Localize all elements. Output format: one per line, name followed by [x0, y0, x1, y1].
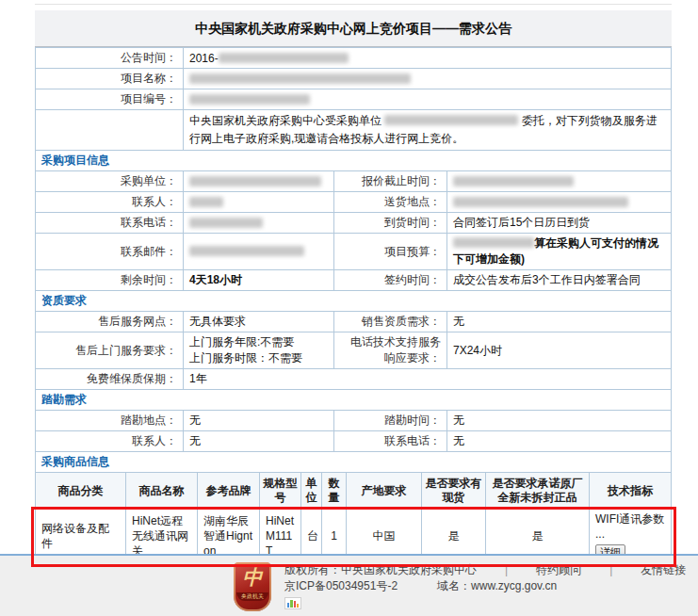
table-row: 采购单位： 报价截止时间： — [36, 171, 672, 192]
field-value — [184, 171, 334, 192]
table-row: 项目编号： — [36, 89, 672, 110]
section-heading-row: 采购商品信息 — [36, 452, 672, 473]
site-logo-badge: 中 央政机关 — [234, 562, 271, 611]
table-row: 联系电话： 到货时间： 合同签订后15个日历日到货 — [36, 213, 672, 234]
footer: 中 央政机关 版权所有：中央国家机关政府采购中心|特约顾问|友情链接 京ICP备… — [0, 554, 698, 616]
field-label: 项目预算： — [334, 234, 447, 270]
top-divider — [35, 4, 672, 10]
intro-paragraph: 中央国家机关政府采购中心受采购单位 委托，对下列货物及服务进行网上电子政府采购,… — [184, 110, 672, 151]
field-value — [447, 171, 672, 192]
field-label: 报价截止时间： — [334, 171, 447, 192]
field-label — [36, 110, 184, 151]
field-label: 联系邮件： — [36, 234, 184, 270]
footer-separator: | — [609, 563, 612, 576]
field-label: 项目编号： — [36, 89, 184, 110]
field-label: 销售资质需求： — [334, 312, 447, 332]
table-row: 售后上门服务要求： 上门服务年限:不需要 上门服务时限：不需要 电话技术支持服务… — [36, 332, 672, 369]
field-label: 公告时间： — [36, 48, 184, 69]
section-heading: 资质要求 — [36, 291, 672, 312]
field-label: 售后上门服务要求： — [36, 332, 184, 369]
section-heading-row: 踏勘需求 — [36, 390, 672, 411]
redacted-value — [384, 115, 518, 125]
column-header: 是否要求承诺原厂全新未拆封正品 — [486, 473, 590, 510]
field-label: 到货时间： — [334, 213, 447, 234]
section-heading-row: 采购项目信息 — [36, 151, 672, 171]
column-header: 技术指标 — [590, 473, 672, 510]
table-row: 联系人： 送货地点： — [36, 192, 672, 213]
product-table: 商品分类 商品名称 参考品牌 规格型号 单位 数量 产地要求 是否要求有现货 是… — [35, 472, 672, 563]
table-row: 公告时间： 2016- — [36, 48, 672, 69]
field-value — [447, 192, 672, 213]
table-row: 项目名称： — [36, 69, 672, 89]
field-value: 无 — [184, 411, 334, 431]
section-heading-row: 资质要求 — [36, 291, 672, 312]
table-row: 踏勘地点： 无 踏勘时间： 无 — [36, 411, 672, 431]
field-value: 无 — [447, 431, 672, 452]
icp-number: 京ICP备05034951号-2 — [284, 579, 398, 592]
field-value: 无具体要求 — [184, 312, 334, 332]
field-label: 联系电话： — [334, 431, 447, 452]
field-label: 售后服务网点： — [36, 312, 184, 332]
footer-line2: 京ICP备05034951号-2域名：www.zycg.gov.cn — [284, 578, 686, 594]
table-row: 售后服务网点： 无具体要求 销售资质需求： 无 — [36, 312, 672, 332]
copyright-text: 版权所有：中央国家机关政府采购中心 — [284, 563, 477, 576]
onsite-service-value: 上门服务年限:不需要 上门服务时限：不需要 — [184, 332, 334, 369]
redacted-value — [453, 237, 534, 248]
redacted-value — [189, 218, 263, 228]
section-heading: 采购商品信息 — [36, 452, 672, 473]
column-header: 是否要求有现货 — [422, 473, 486, 510]
announce-time-value: 2016- — [184, 48, 672, 69]
column-header: 参考品牌 — [198, 473, 260, 510]
redacted-value — [189, 246, 304, 256]
table-row: 剩余时间： 4天18小时 签约时间： 成交公告发布后3个工作日内签署合同 — [36, 270, 672, 291]
field-label: 剩余时间： — [36, 270, 184, 291]
remaining-time-value: 4天18小时 — [184, 270, 334, 291]
column-header: 商品分类 — [36, 473, 126, 510]
footer-text: 版权所有：中央国家机关政府采购中心|特约顾问|友情链接 京ICP备0503495… — [284, 562, 686, 609]
field-value: 7X24小时 — [447, 332, 672, 369]
redacted-value — [453, 176, 574, 186]
field-value: 无 — [184, 431, 334, 452]
project-name-value — [184, 69, 672, 89]
visit-counter-icon[interactable] — [284, 597, 301, 609]
logo-band-text: 央政机关 — [236, 592, 268, 601]
footer-separator: | — [505, 563, 508, 576]
page-title: 中央国家机关政府采购中心网上竞价项目——需求公告 — [35, 10, 672, 47]
field-label: 踏勘地点： — [36, 411, 184, 431]
redacted-value — [453, 197, 628, 207]
column-header: 数量 — [322, 473, 347, 510]
field-label: 签约时间： — [334, 270, 447, 291]
redacted-value — [189, 73, 411, 84]
footer-line1: 版权所有：中央国家机关政府采购中心|特约顾问|友情链接 — [284, 562, 686, 578]
field-label: 联系人： — [36, 192, 184, 213]
column-header: 商品名称 — [126, 473, 198, 510]
column-header: 产地要求 — [347, 473, 422, 510]
advisor-link[interactable]: 特约顾问 — [536, 563, 581, 576]
content-area: 中央国家机关政府采购中心网上竞价项目——需求公告 公告时间： 2016- 项目名… — [35, 4, 672, 600]
field-value: 无 — [447, 312, 672, 332]
product-header-row: 商品分类 商品名称 参考品牌 规格型号 单位 数量 产地要求 是否要求有现货 是… — [36, 473, 672, 510]
field-label: 送货地点： — [334, 192, 447, 213]
field-label: 项目名称： — [36, 69, 184, 89]
announcement-table: 公告时间： 2016- 项目名称： 项目编号： 中央国家机关政府采购中心受采购单… — [35, 47, 672, 473]
column-header: 单位 — [301, 473, 322, 510]
field-value — [184, 213, 334, 234]
budget-value: 算在采购人可支付的情况下可增加金额) — [447, 234, 672, 270]
redacted-value — [219, 53, 349, 63]
delivery-time-value: 合同签订后15个日历日到货 — [447, 213, 672, 234]
redacted-value — [189, 94, 310, 105]
section-heading: 踏勘需求 — [36, 390, 672, 411]
sign-time-value: 成交公告发布后3个工作日内签署合同 — [447, 270, 672, 291]
redacted-value — [189, 197, 223, 207]
field-value: 无 — [447, 411, 672, 431]
field-label: 联系电话： — [36, 213, 184, 234]
logo-emblem-icon: 中 — [234, 562, 271, 592]
table-row: 联系邮件： 项目预算： 算在采购人可支付的情况下可增加金额) — [36, 234, 672, 270]
table-row: 联系人： 无 联系电话： 无 — [36, 431, 672, 452]
friend-links-link[interactable]: 友情链接 — [641, 563, 686, 576]
table-row: 免费维保质保期： 1年 — [36, 369, 672, 390]
project-no-value — [184, 89, 672, 110]
domain-text: 域名：www.zycg.gov.cn — [437, 579, 557, 592]
column-header: 规格型号 — [260, 473, 301, 510]
field-value — [184, 192, 334, 213]
